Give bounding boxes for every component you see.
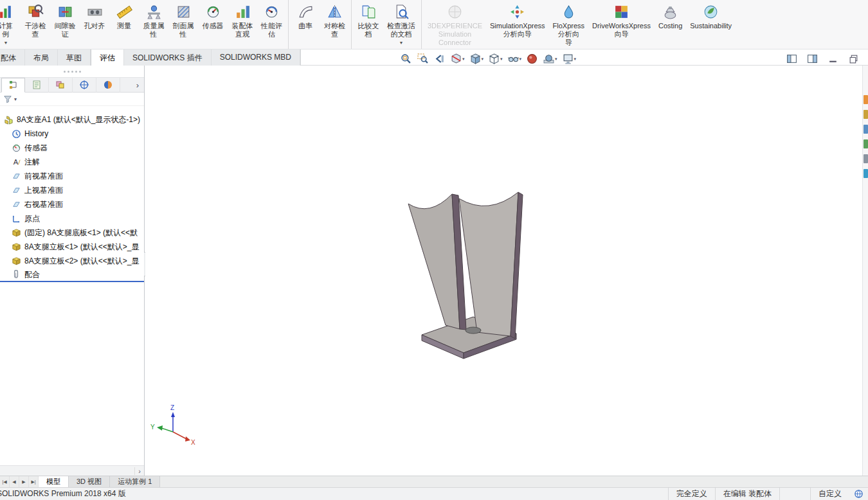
displaymanager-tab[interactable] <box>96 78 120 93</box>
pane-right-button[interactable] <box>807 53 818 64</box>
interference-detection-button[interactable]: 干涉检 查 <box>21 0 50 49</box>
tree-item[interactable]: 传感器 <box>0 141 144 155</box>
tab-assembly[interactable]: 装配体 <box>0 49 25 66</box>
right-plate-front-face[interactable] <box>459 192 518 336</box>
tree-item[interactable]: 8A支腿立板<2> (默认<<默认>_显 <box>0 254 144 268</box>
monitor-icon <box>563 53 574 64</box>
tab-solidworks-addins[interactable]: SOLIDWORKS 插件 <box>124 49 212 66</box>
view-settings-button[interactable]: ▾ <box>561 53 579 65</box>
dropdown-caret-icon: ▾ <box>574 57 577 62</box>
tree-item[interactable]: (固定) 8A支腿底板<1> (默认<<默 <box>0 226 144 240</box>
section-properties-button[interactable]: 剖面属 性 <box>168 0 198 49</box>
pane-left-button[interactable] <box>786 53 797 64</box>
tree-item[interactable]: 上视基准面 <box>0 183 144 197</box>
tree-item[interactable]: 8A支座A1 (默认<默认_显示状态-1>) <box>0 112 144 127</box>
zoom-area-button[interactable] <box>415 53 431 65</box>
configurationmanager-tab[interactable] <box>49 78 73 93</box>
assembly-visualization-button[interactable]: 装配体 直观 <box>228 0 257 49</box>
hide-show-items-button[interactable]: ▾ <box>506 53 524 65</box>
performance-evaluation-button[interactable]: 性能评 估 <box>257 0 289 49</box>
compare-documents-button[interactable]: 比较文 档 <box>354 0 383 49</box>
dimxpert-icon <box>79 80 89 90</box>
pane-left-icon <box>786 53 797 64</box>
hole-alignment-button[interactable]: 孔对齐 <box>80 0 109 49</box>
appearances-icon[interactable] <box>863 154 868 163</box>
clearance-verification-button[interactable]: 间隙验 证 <box>50 0 80 49</box>
driveworksxpress-button[interactable]: DriveWorksXpress 向导 <box>588 0 655 49</box>
filter-icon[interactable] <box>3 94 12 103</box>
3dexperience-connector-button[interactable]: 3DEXPERIENCE Simulation Connector <box>424 0 486 49</box>
custom-status-tab[interactable]: 自定义 <box>810 488 849 500</box>
apply-scene-button[interactable]: ▾ <box>541 53 559 65</box>
costing-button[interactable]: Costing <box>655 0 686 49</box>
assembly-model[interactable] <box>408 192 523 359</box>
solidworks-resources-icon[interactable] <box>863 95 868 104</box>
tab-layout[interactable]: 布局 <box>25 49 58 66</box>
view-orientation-button[interactable]: ▾ <box>468 53 486 65</box>
design-library-icon[interactable] <box>863 110 868 119</box>
display-manager-icon <box>103 80 113 90</box>
tab-solidworks-mbd[interactable]: SOLIDWORKS MBD <box>212 49 300 66</box>
appearance-ball-icon <box>527 53 538 64</box>
tab-sketch[interactable]: 草图 <box>58 49 91 66</box>
custom-properties-icon[interactable] <box>863 169 868 178</box>
configuration-manager-icon <box>55 80 66 90</box>
symmetry-check-button[interactable]: 对称检 查 <box>320 0 352 49</box>
previous-view-icon <box>434 53 445 64</box>
curvature-button[interactable]: 曲率 <box>291 0 320 49</box>
propertymanager-tab[interactable] <box>25 78 49 93</box>
featuremanager-tab[interactable] <box>1 78 25 93</box>
design-study-icon <box>0 4 14 20</box>
motion-study-tab[interactable]: 运动算例 1 <box>110 476 160 487</box>
tree-item-label: 右视基准面 <box>24 199 63 210</box>
left-plate-front-face[interactable] <box>408 194 460 329</box>
simulationxpress-button[interactable]: SimulationXpress 分析向导 <box>486 0 549 49</box>
restore-button[interactable] <box>848 53 859 64</box>
plane-icon <box>12 186 21 195</box>
tree-item[interactable]: 注解 <box>0 155 144 169</box>
tree-item[interactable]: 配合 <box>0 268 144 282</box>
tree-item[interactable]: 8A支腿立板<1> (默认<<默认>_显 <box>0 240 144 254</box>
web-globe-icon[interactable] <box>854 489 863 499</box>
file-explorer-icon[interactable] <box>863 125 868 134</box>
toolbar-button-label: 比较文 档 <box>358 22 379 39</box>
section-view-button[interactable]: ▾ <box>449 53 467 65</box>
next-tab-button[interactable]: ▶ <box>19 476 29 487</box>
prev-tab-button[interactable]: ◀ <box>10 476 19 487</box>
measure-button[interactable]: 测量 <box>109 0 139 49</box>
model-tab[interactable]: 模型 <box>39 476 69 487</box>
filter-caret-icon[interactable]: ▾ <box>14 96 17 102</box>
3d-views-tab[interactable]: 3D 视图 <box>69 476 110 487</box>
sustainability-button[interactable]: Sustainability <box>686 0 736 49</box>
previous-view-button[interactable] <box>432 53 448 65</box>
sensor-button[interactable]: 传感器 <box>198 0 228 49</box>
task-pane-strip <box>862 66 868 476</box>
panel-tabs-overflow-button[interactable]: › <box>132 80 143 90</box>
tree-item[interactable]: 前视基准面 <box>0 169 144 183</box>
check-active-document-button[interactable]: 检查激活 的文档 ▼ <box>383 0 422 49</box>
tab-evaluate[interactable]: 评估 <box>91 49 124 66</box>
scroll-right-button[interactable]: › <box>134 467 144 475</box>
tree-item[interactable]: 右视基准面 <box>0 197 144 211</box>
tree-item[interactable]: 原点 <box>0 211 144 226</box>
toolbar-button-label: 测量 <box>117 22 131 30</box>
tree-item[interactable]: History <box>0 127 144 141</box>
dimxpertmanager-tab[interactable] <box>73 78 96 93</box>
display-style-button[interactable]: ▾ <box>487 53 505 65</box>
part-icon <box>12 228 21 238</box>
panel-horizontal-scrollbar[interactable]: › <box>0 465 144 476</box>
floxpress-button[interactable]: FloXpress 分析向 导 <box>549 0 589 49</box>
minimize-button[interactable] <box>827 53 838 64</box>
editing-state-label: 在编辑 装配体 <box>715 488 779 500</box>
panel-splitter-handle[interactable] <box>0 66 144 77</box>
last-tab-button[interactable]: ▶| <box>29 476 39 487</box>
graphics-area[interactable]: Z X Y <box>145 66 862 476</box>
mass-properties-button[interactable]: 质量属 性 <box>139 0 168 49</box>
base-plate-hole[interactable] <box>466 327 481 334</box>
first-tab-button[interactable]: |◀ <box>0 476 10 487</box>
edit-appearance-button[interactable] <box>525 53 540 65</box>
toolbar-button-label: 曲率 <box>298 22 312 30</box>
zoom-fit-button[interactable] <box>399 53 414 65</box>
view-palette-icon[interactable] <box>863 139 868 148</box>
design-study-button[interactable]: 计算 例 ▼ <box>0 0 21 49</box>
